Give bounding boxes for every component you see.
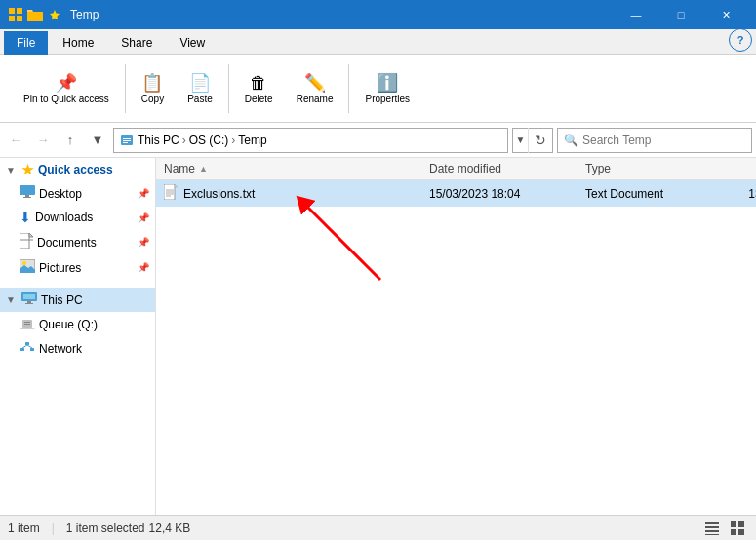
file-row[interactable]: Exclusions.txt 15/03/2023 18:04 Text Doc… (156, 180, 756, 207)
tab-file[interactable]: File (4, 31, 48, 55)
ribbon-properties-button[interactable]: ℹ️ Properties (357, 68, 418, 108)
col-header-type[interactable]: Type (585, 162, 712, 175)
documents-icon (20, 233, 33, 251)
ribbon-rename-button[interactable]: ✏️ Rename (289, 68, 341, 108)
ribbon-tabs: File Home Share View ? (0, 29, 756, 55)
forward-button[interactable]: → (31, 129, 55, 152)
sidebar-item-network[interactable]: Network (0, 336, 155, 361)
pictures-pin-icon: 📌 (138, 262, 149, 273)
refresh-button[interactable]: ↻ (529, 128, 552, 153)
file-type: Text Document (585, 187, 712, 201)
title-bar: Temp — □ ✕ (0, 0, 756, 29)
view-large-icons-button[interactable] (727, 518, 748, 539)
up-button[interactable]: ↑ (59, 129, 82, 152)
search-input[interactable] (582, 134, 745, 147)
svg-rect-10 (25, 195, 29, 197)
col-header-name[interactable]: Name ▲ (156, 162, 429, 175)
sidebar: ▼ ★ Quick access Desktop 📌 ⬇ Downloads 📌… (0, 158, 156, 515)
svg-rect-19 (27, 301, 31, 303)
svg-rect-8 (123, 142, 128, 143)
app-icon (8, 7, 23, 22)
file-name-cell: Exclusions.txt (156, 184, 429, 203)
svg-rect-23 (24, 322, 30, 323)
close-button[interactable]: ✕ (703, 0, 748, 29)
sidebar-item-desktop[interactable]: Desktop 📌 (0, 181, 155, 206)
svg-rect-45 (738, 529, 744, 535)
svg-rect-20 (25, 303, 33, 304)
address-bar: ← → ↑ ▼ This PC › OS (C:) › Temp ▼ ↻ 🔍 (0, 123, 756, 158)
svg-rect-0 (9, 8, 15, 14)
svg-rect-40 (705, 530, 719, 532)
quick-access-icon: ★ (21, 162, 34, 177)
documents-pin-icon: 📌 (138, 237, 149, 248)
folder-icon-title (27, 7, 43, 22)
documents-label: Documents (37, 236, 97, 250)
network-icon (20, 340, 35, 357)
quick-access-label: Quick access (38, 163, 113, 176)
svg-rect-39 (705, 526, 719, 528)
recent-dropdown[interactable]: ▼ (86, 129, 109, 152)
col-header-size[interactable]: Size (712, 162, 756, 175)
svg-rect-2 (9, 16, 15, 21)
path-thispc[interactable]: This PC (138, 134, 179, 147)
ribbon-pin-button[interactable]: 📌 Pin to Quick access (16, 68, 117, 108)
sidebar-item-documents[interactable]: Documents 📌 (0, 229, 155, 255)
window-title: Temp (70, 8, 614, 21)
path-temp[interactable]: Temp (238, 134, 266, 147)
svg-rect-11 (23, 197, 31, 198)
ribbon-paste-button[interactable]: 📄 Paste (179, 68, 220, 108)
search-box[interactable]: 🔍 (557, 128, 752, 153)
svg-rect-38 (705, 522, 719, 524)
sidebar-item-queue[interactable]: Queue (Q:) (0, 312, 155, 336)
maximize-button[interactable]: □ (658, 0, 703, 29)
ribbon-bar: 📌 Pin to Quick access 📋 Copy 📄 Paste 🗑 D… (0, 55, 756, 123)
svg-rect-42 (731, 521, 736, 527)
content-wrapper: Name ▲ Date modified Type Size (156, 158, 756, 515)
tab-home[interactable]: Home (50, 31, 106, 54)
ribbon-delete-button[interactable]: 🗑 Delete (237, 69, 281, 108)
file-modified: 15/03/2023 18:04 (429, 187, 585, 201)
sidebar-item-pictures[interactable]: Pictures 📌 (0, 255, 155, 280)
svg-marker-31 (175, 184, 178, 187)
sidebar-item-downloads[interactable]: ⬇ Downloads 📌 (0, 206, 155, 229)
svg-rect-24 (24, 324, 30, 325)
search-icon: 🔍 (564, 134, 578, 147)
svg-line-29 (27, 345, 32, 348)
tab-share[interactable]: Share (108, 31, 165, 54)
downloads-icon: ⬇ (20, 210, 31, 225)
desktop-label: Desktop (39, 187, 82, 201)
back-button[interactable]: ← (4, 129, 27, 152)
help-icon[interactable]: ? (729, 28, 752, 52)
svg-rect-43 (738, 521, 744, 527)
svg-rect-27 (30, 348, 34, 351)
file-txt-icon (164, 184, 178, 203)
svg-rect-18 (23, 294, 35, 299)
sidebar-item-quick-access[interactable]: ▼ ★ Quick access (0, 158, 155, 181)
desktop-icon (20, 185, 35, 202)
svg-point-16 (22, 261, 26, 265)
address-path[interactable]: This PC › OS (C:) › Temp (113, 128, 508, 153)
svg-rect-12 (20, 233, 29, 249)
sidebar-item-this-pc[interactable]: ▼ This PC (0, 288, 155, 312)
tab-view[interactable]: View (167, 31, 218, 54)
svg-rect-44 (731, 529, 736, 535)
status-size: 12,4 KB (149, 521, 191, 535)
view-details-button[interactable] (701, 518, 723, 539)
svg-line-37 (302, 202, 380, 280)
content-area: Name ▲ Date modified Type Size (156, 158, 756, 207)
svg-rect-3 (17, 16, 22, 21)
ribbon-copy-button[interactable]: 📋 Copy (134, 68, 172, 108)
svg-line-28 (22, 345, 27, 348)
this-pc-label: This PC (41, 293, 83, 307)
svg-rect-1 (17, 8, 22, 14)
svg-rect-6 (123, 138, 131, 139)
col-header-modified[interactable]: Date modified (429, 162, 585, 175)
minimize-button[interactable]: — (614, 0, 658, 29)
address-dropdown[interactable]: ▼ (513, 128, 529, 153)
pictures-label: Pictures (39, 261, 81, 275)
path-osc[interactable]: OS (C:) (189, 134, 229, 147)
quick-access-icon-title (47, 7, 62, 22)
desktop-pin-icon: 📌 (138, 188, 149, 199)
svg-rect-25 (25, 342, 29, 345)
downloads-label: Downloads (35, 211, 93, 224)
